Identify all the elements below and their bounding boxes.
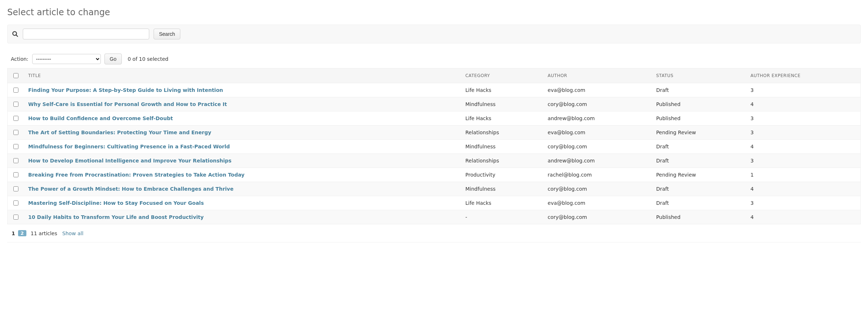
row-checkbox[interactable] <box>13 215 18 220</box>
cell-status: Draft <box>652 154 746 168</box>
cell-exp: 3 <box>746 196 861 210</box>
row-checkbox[interactable] <box>13 130 18 135</box>
cell-exp: 3 <box>746 111 861 126</box>
search-input[interactable] <box>23 29 149 39</box>
cell-author: rachel@blog.com <box>543 168 652 182</box>
cell-author: andrew@blog.com <box>543 154 652 168</box>
col-title[interactable]: Title <box>24 68 461 83</box>
article-link[interactable]: How to Develop Emotional Intelligence an… <box>28 158 232 164</box>
row-checkbox[interactable] <box>13 88 18 93</box>
cell-status: Draft <box>652 83 746 97</box>
action-select[interactable]: --------- <box>32 54 101 64</box>
search-button[interactable]: Search <box>154 29 180 39</box>
go-button[interactable]: Go <box>104 54 122 64</box>
row-checkbox[interactable] <box>13 158 18 163</box>
cell-exp: 3 <box>746 154 861 168</box>
row-checkbox[interactable] <box>13 116 18 121</box>
cell-category: Life Hacks <box>461 111 543 126</box>
table-row: Mastering Self-Discipline: How to Stay F… <box>8 196 861 210</box>
row-checkbox[interactable] <box>13 102 18 107</box>
table-row: Finding Your Purpose: A Step-by-Step Gui… <box>8 83 861 97</box>
article-link[interactable]: Finding Your Purpose: A Step-by-Step Gui… <box>28 87 223 93</box>
action-label: Action: <box>11 56 29 62</box>
row-checkbox[interactable] <box>13 172 18 177</box>
cell-author: eva@blog.com <box>543 196 652 210</box>
cell-category: - <box>461 210 543 224</box>
cell-status: Draft <box>652 182 746 196</box>
cell-exp: 4 <box>746 97 861 111</box>
page-title: Select article to change <box>7 7 861 17</box>
footer-separator <box>7 242 861 242</box>
table-row: How to Develop Emotional Intelligence an… <box>8 154 861 168</box>
table-row: Why Self-Care is Essential for Personal … <box>8 97 861 111</box>
cell-exp: 3 <box>746 83 861 97</box>
article-link[interactable]: The Art of Setting Boundaries: Protectin… <box>28 130 211 135</box>
header-select-all <box>8 68 24 83</box>
cell-author: andrew@blog.com <box>543 111 652 126</box>
cell-author: cory@blog.com <box>543 182 652 196</box>
cell-category: Life Hacks <box>461 196 543 210</box>
cell-category: Mindfulness <box>461 182 543 196</box>
col-author-experience[interactable]: Author Experience <box>746 68 861 83</box>
cell-status: Draft <box>652 140 746 154</box>
cell-exp: 4 <box>746 210 861 224</box>
table-row: Breaking Free from Procrastination: Prov… <box>8 168 861 182</box>
cell-exp: 4 <box>746 182 861 196</box>
article-link[interactable]: Breaking Free from Procrastination: Prov… <box>28 172 245 178</box>
article-count: 11 articles <box>31 230 57 236</box>
selection-count: 0 of 10 selected <box>128 56 168 62</box>
paginator: 1 2 11 articles Show all <box>12 230 861 236</box>
cell-category: Relationships <box>461 154 543 168</box>
cell-status: Draft <box>652 196 746 210</box>
cell-status: Published <box>652 210 746 224</box>
row-checkbox[interactable] <box>13 186 18 191</box>
article-link[interactable]: How to Build Confidence and Overcome Sel… <box>28 115 173 121</box>
results-table: Title Category Author Status Author Expe… <box>7 68 861 224</box>
cell-author: cory@blog.com <box>543 140 652 154</box>
cell-author: eva@blog.com <box>543 83 652 97</box>
cell-category: Productivity <box>461 168 543 182</box>
table-row: The Power of a Growth Mindset: How to Em… <box>8 182 861 196</box>
select-all-checkbox[interactable] <box>13 73 18 78</box>
cell-exp: 1 <box>746 168 861 182</box>
article-link[interactable]: Why Self-Care is Essential for Personal … <box>28 101 227 107</box>
page-link-2[interactable]: 2 <box>18 230 26 236</box>
col-status[interactable]: Status <box>652 68 746 83</box>
cell-status: Published <box>652 111 746 126</box>
cell-author: eva@blog.com <box>543 126 652 140</box>
show-all-link[interactable]: Show all <box>62 230 83 236</box>
article-link[interactable]: The Power of a Growth Mindset: How to Em… <box>28 186 233 192</box>
cell-author: cory@blog.com <box>543 210 652 224</box>
row-checkbox[interactable] <box>13 200 18 206</box>
cell-category: Mindfulness <box>461 140 543 154</box>
table-row: The Art of Setting Boundaries: Protectin… <box>8 126 861 140</box>
col-author[interactable]: Author <box>543 68 652 83</box>
cell-category: Life Hacks <box>461 83 543 97</box>
cell-status: Pending Review <box>652 126 746 140</box>
cell-author: cory@blog.com <box>543 97 652 111</box>
table-row: How to Build Confidence and Overcome Sel… <box>8 111 861 126</box>
row-checkbox[interactable] <box>13 144 18 149</box>
cell-status: Published <box>652 97 746 111</box>
cell-exp: 3 <box>746 126 861 140</box>
article-link[interactable]: 10 Daily Habits to Transform Your Life a… <box>28 214 204 220</box>
article-link[interactable]: Mindfulness for Beginners: Cultivating P… <box>28 144 230 149</box>
search-icon <box>12 31 18 37</box>
table-row: Mindfulness for Beginners: Cultivating P… <box>8 140 861 154</box>
article-link[interactable]: Mastering Self-Discipline: How to Stay F… <box>28 200 204 206</box>
col-category[interactable]: Category <box>461 68 543 83</box>
search-toolbar: Search <box>7 25 861 43</box>
svg-line-1 <box>16 35 18 37</box>
page-current: 1 <box>12 230 15 236</box>
cell-category: Mindfulness <box>461 97 543 111</box>
cell-category: Relationships <box>461 126 543 140</box>
actions-bar: Action: --------- Go 0 of 10 selected <box>11 54 861 64</box>
cell-exp: 4 <box>746 140 861 154</box>
cell-status: Pending Review <box>652 168 746 182</box>
table-row: 10 Daily Habits to Transform Your Life a… <box>8 210 861 224</box>
